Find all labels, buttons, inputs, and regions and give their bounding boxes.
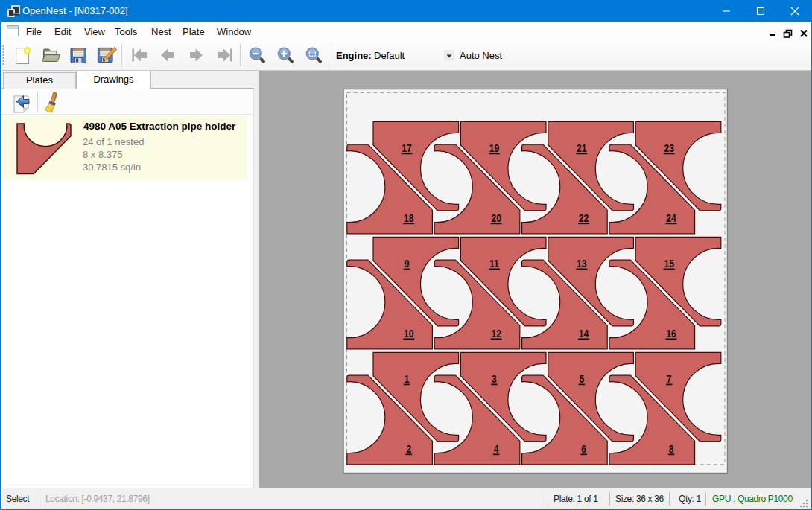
svg-text:8: 8 <box>669 443 674 455</box>
svg-text:4: 4 <box>494 443 499 455</box>
svg-text:11: 11 <box>489 258 499 270</box>
svg-text:20: 20 <box>491 212 501 224</box>
svg-text:10: 10 <box>404 328 414 340</box>
svg-text:19: 19 <box>489 142 500 154</box>
svg-text:21: 21 <box>577 142 587 154</box>
svg-text:1: 1 <box>405 373 410 385</box>
svg-text:9: 9 <box>405 258 410 270</box>
svg-text:7: 7 <box>667 373 672 385</box>
svg-text:16: 16 <box>666 328 676 340</box>
svg-text:15: 15 <box>664 258 674 270</box>
svg-text:18: 18 <box>404 212 414 224</box>
svg-text:14: 14 <box>579 328 589 340</box>
svg-text:23: 23 <box>664 142 674 154</box>
svg-text:12: 12 <box>491 328 501 340</box>
svg-text:13: 13 <box>577 258 587 270</box>
svg-text:2: 2 <box>406 443 411 455</box>
svg-text:22: 22 <box>579 212 589 224</box>
svg-text:3: 3 <box>492 373 497 385</box>
svg-text:17: 17 <box>402 142 412 154</box>
svg-text:5: 5 <box>579 373 584 385</box>
svg-text:24: 24 <box>666 212 676 224</box>
svg-text:6: 6 <box>581 443 586 455</box>
